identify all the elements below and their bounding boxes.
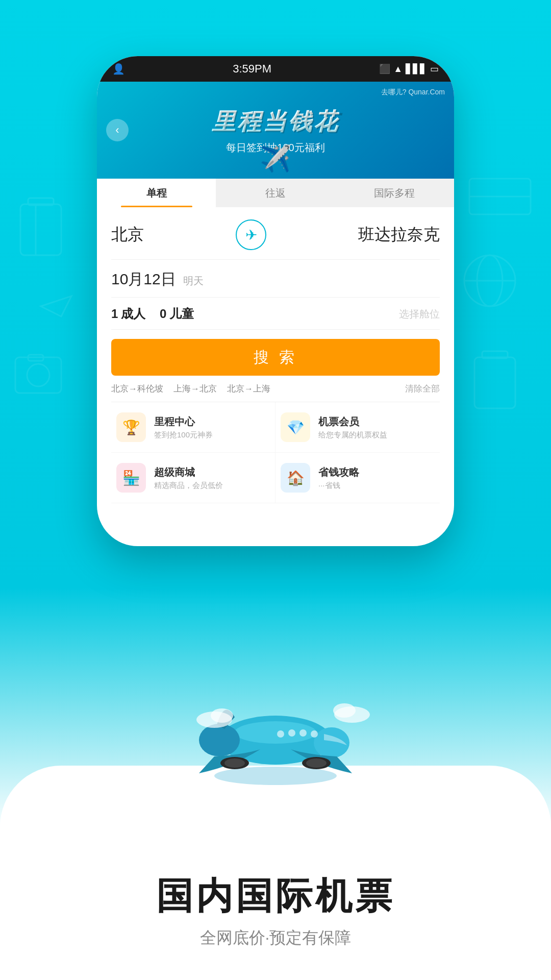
svg-rect-11 — [474, 357, 515, 408]
airplane-illustration — [173, 674, 378, 786]
svg-rect-12 — [482, 351, 508, 358]
svg-rect-0 — [20, 204, 61, 255]
feature-supermall[interactable]: 🏪 超级商城 精选商品，会员低价 — [111, 453, 276, 503]
status-right-icons: ⬛ ▲ ▋▋▋ ▭ — [379, 63, 439, 75]
adult-count[interactable]: 1 成人 — [111, 306, 145, 322]
supermall-icon: 🏪 — [116, 463, 146, 493]
tips-icon: 🏠 — [281, 463, 310, 493]
plane-icon: ✈ — [245, 227, 257, 243]
child-count[interactable]: 0 儿童 — [160, 306, 194, 322]
svg-point-9 — [27, 364, 49, 386]
arrival-city[interactable]: 班达拉奈克 — [358, 224, 440, 246]
wifi-icon: ▲ — [393, 64, 403, 75]
date-label: 明天 — [183, 274, 204, 288]
departure-city[interactable]: 北京 — [111, 224, 144, 246]
user-icon: 👤 — [112, 63, 125, 75]
back-button[interactable]: ‹ — [106, 119, 129, 141]
membership-text: 机票会员 给您专属的机票权益 — [318, 415, 387, 440]
membership-icon: 💎 — [281, 412, 310, 442]
svg-point-23 — [288, 729, 295, 737]
passenger-counts: 1 成人 0 儿童 — [111, 306, 194, 322]
departure-date[interactable]: 10月12日 — [111, 269, 176, 290]
tab-roundtrip[interactable]: 往返 — [216, 179, 335, 207]
bottom-main-title: 国内国际机票 — [0, 872, 551, 921]
supermall-text: 超级商城 精选商品，会员低价 — [154, 465, 223, 491]
signal-icon: ▋▋▋ — [406, 63, 427, 75]
promo-banner: ‹ 里程当钱花 每日签到抽100元福利 去哪儿? Qunar.Com ✈️ — [97, 82, 454, 179]
recent-item-0[interactable]: 北京→科伦坡 — [111, 383, 163, 395]
svg-rect-3 — [469, 179, 531, 214]
bottom-text-section: 国内国际机票 全网底价·预定有保障 — [0, 862, 551, 949]
svg-point-19 — [224, 758, 245, 768]
svg-point-6 — [477, 255, 503, 306]
date-row[interactable]: 10月12日 明天 — [111, 260, 440, 298]
route-row[interactable]: 北京 ✈ 班达拉奈克 — [111, 207, 440, 260]
vibrate-icon: ⬛ — [379, 63, 390, 75]
mileage-text: 里程中心 签到抢100元神券 — [154, 415, 213, 440]
clear-recent-button[interactable]: 清除全部 — [405, 383, 440, 395]
svg-point-13 — [214, 767, 337, 785]
battery-icon: ▭ — [430, 63, 439, 75]
flight-type-tabs: 单程 往返 国际多程 — [97, 179, 454, 207]
recent-item-1[interactable]: 上海→北京 — [173, 383, 217, 395]
bottom-sub-title: 全网底价·预定有保障 — [0, 927, 551, 949]
swap-route-button[interactable]: ✈ — [236, 219, 266, 250]
recent-searches: 北京→科伦坡 上海→北京 北京→上海 清除全部 — [111, 383, 440, 402]
svg-point-24 — [299, 729, 307, 737]
svg-point-25 — [311, 730, 318, 738]
status-time: 3:59PM — [233, 62, 271, 76]
feature-grid: 🏆 里程中心 签到抢100元神券 💎 机票会员 给您专属的机票权益 — [111, 402, 440, 503]
search-button[interactable]: 搜 索 — [111, 339, 440, 376]
status-left-icons: 👤 — [112, 63, 125, 75]
svg-point-21 — [306, 758, 327, 768]
svg-rect-8 — [15, 357, 61, 393]
svg-point-22 — [277, 730, 284, 738]
svg-rect-1 — [28, 198, 54, 205]
phone-frame: 👤 3:59PM ⬛ ▲ ▋▋▋ ▭ ‹ 里程当钱花 每日签到抽100元福利 去… — [97, 56, 454, 546]
status-bar: 👤 3:59PM ⬛ ▲ ▋▋▋ ▭ — [97, 56, 454, 82]
svg-point-29 — [333, 703, 356, 718]
search-form: 北京 ✈ 班达拉奈克 10月12日 明天 1 成人 — [97, 207, 454, 503]
feature-tips[interactable]: 🏠 省钱攻略 ···省钱 — [276, 453, 440, 503]
passenger-row[interactable]: 1 成人 0 儿童 选择舱位 — [111, 298, 440, 330]
tab-multi[interactable]: 国际多程 — [335, 179, 454, 207]
banner-airplane-icon: ✈️ — [260, 144, 291, 174]
mileage-icon: 🏆 — [116, 412, 146, 442]
svg-point-5 — [464, 255, 515, 306]
cabin-select[interactable]: 选择舱位 — [399, 307, 440, 321]
banner-title: 里程当钱花 — [212, 106, 339, 138]
feature-membership[interactable]: 💎 机票会员 给您专属的机票权益 — [276, 402, 440, 453]
qunar-logo: 去哪儿? Qunar.Com — [381, 88, 445, 97]
svg-point-27 — [211, 708, 233, 723]
tips-text: 省钱攻略 ···省钱 — [318, 465, 359, 491]
recent-item-2[interactable]: 北京→上海 — [227, 383, 270, 395]
svg-rect-10 — [28, 355, 43, 361]
feature-mileage[interactable]: 🏆 里程中心 签到抢100元神券 — [111, 402, 276, 453]
svg-point-17 — [199, 724, 240, 756]
tab-oneway[interactable]: 单程 — [97, 179, 216, 207]
